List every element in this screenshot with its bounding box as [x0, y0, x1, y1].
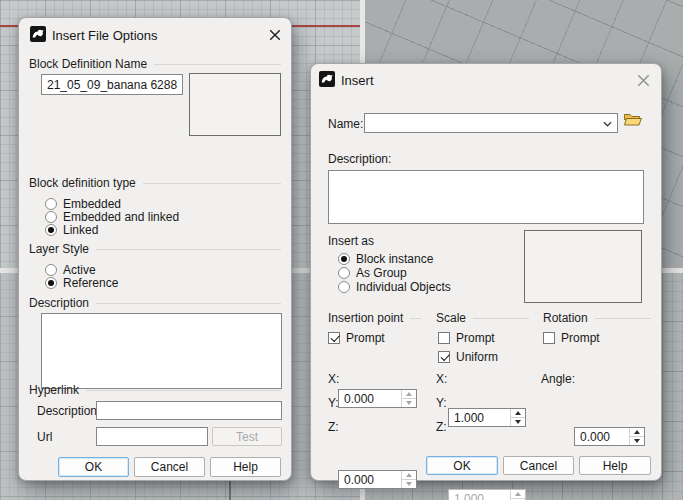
help-button[interactable]: Help — [210, 457, 281, 477]
insertion-x-label: X: — [328, 372, 339, 386]
spinner-arrows-icon — [510, 490, 525, 500]
insert-dialog: Insert Name: Description: Insert as Bloc… — [310, 63, 662, 481]
insertion-prompt-checkbox[interactable]: Prompt — [328, 331, 385, 345]
checkbox-checked-icon[interactable] — [328, 332, 340, 344]
description-textarea[interactable] — [328, 170, 644, 224]
hyperlink-description-input[interactable] — [96, 401, 282, 420]
insertion-y-label: Y: — [328, 396, 339, 410]
scale-x-label: X: — [436, 372, 447, 386]
spinner-arrows-icon[interactable] — [401, 471, 416, 488]
open-folder-icon[interactable] — [623, 111, 643, 128]
dialog-title: Insert File Options — [52, 28, 158, 43]
radio-active[interactable]: Active — [45, 263, 96, 277]
layer-style-header: Layer Style — [29, 242, 281, 256]
radio-icon[interactable] — [45, 264, 57, 276]
url-label: Url — [37, 430, 52, 444]
insert-as-label: Insert as — [328, 234, 374, 248]
cancel-button[interactable]: Cancel — [134, 457, 205, 477]
description-header: Description — [29, 296, 281, 310]
radio-embedded-and-linked[interactable]: Embedded and linked — [45, 210, 179, 224]
scale-header: Scale — [436, 311, 529, 325]
checkbox-checked-icon[interactable] — [438, 351, 450, 363]
radio-icon[interactable] — [45, 211, 57, 223]
spinner-arrows-icon[interactable] — [510, 409, 525, 426]
radio-block-instance[interactable]: Block instance — [338, 252, 433, 266]
hyperlink-description-label: Description — [37, 404, 97, 418]
scale-y-field — [448, 489, 526, 500]
test-button[interactable]: Test — [212, 427, 282, 446]
description-label: Description: — [328, 152, 391, 166]
help-button[interactable]: Help — [579, 456, 651, 475]
radio-embedded[interactable]: Embedded — [45, 197, 121, 211]
scale-z-label: Z: — [436, 420, 447, 434]
radio-reference[interactable]: Reference — [45, 276, 118, 290]
name-combobox-input[interactable] — [365, 114, 617, 132]
spinner-arrows-icon[interactable] — [629, 428, 644, 445]
angle-field[interactable] — [574, 427, 645, 446]
radio-linked[interactable]: Linked — [45, 223, 98, 237]
block-definition-type-header: Block definition type — [29, 176, 281, 190]
name-label: Name: — [328, 117, 363, 131]
radio-individual-objects[interactable]: Individual Objects — [338, 280, 451, 294]
insert-preview-box — [524, 230, 642, 303]
uniform-checkbox[interactable]: Uniform — [438, 350, 498, 364]
rotation-prompt-checkbox[interactable]: Prompt — [543, 331, 600, 345]
spinner-arrows-icon[interactable] — [401, 390, 416, 407]
block-preview-box — [189, 73, 281, 136]
radio-selected-icon[interactable] — [45, 277, 57, 289]
scale-y-label: Y: — [436, 396, 447, 410]
block-definition-name-header: Block Definition Name — [29, 57, 281, 71]
scale-x-field[interactable] — [448, 408, 526, 427]
radio-as-group[interactable]: As Group — [338, 266, 407, 280]
checkbox-icon[interactable] — [543, 332, 555, 344]
checkbox-icon[interactable] — [438, 332, 450, 344]
rhino-workspace: Insert File Options Block Definition Nam… — [0, 0, 683, 500]
insert-file-options-dialog: Insert File Options Block Definition Nam… — [18, 17, 292, 481]
scale-prompt-checkbox[interactable]: Prompt — [438, 331, 495, 345]
rhino-app-icon — [30, 26, 46, 42]
insertion-y-field[interactable] — [338, 470, 417, 489]
url-input[interactable] — [96, 427, 208, 446]
radio-icon[interactable] — [338, 281, 350, 293]
radio-icon[interactable] — [45, 198, 57, 210]
insertion-z-label: Z: — [328, 420, 339, 434]
radio-selected-icon[interactable] — [45, 224, 57, 236]
rhino-app-icon — [319, 71, 335, 87]
radio-selected-icon[interactable] — [338, 253, 350, 265]
radio-icon[interactable] — [338, 267, 350, 279]
close-icon[interactable] — [635, 72, 651, 88]
block-definition-name-input[interactable] — [41, 74, 183, 95]
close-icon[interactable] — [267, 27, 283, 43]
insertion-x-field[interactable] — [338, 389, 417, 408]
chevron-down-icon[interactable] — [603, 116, 612, 130]
name-combobox[interactable] — [364, 113, 618, 133]
hyperlink-header: Hyperlink — [29, 383, 281, 397]
dialog-title: Insert — [341, 73, 374, 88]
rotation-header: Rotation — [543, 311, 651, 325]
ok-button[interactable]: OK — [58, 457, 129, 477]
ok-button[interactable]: OK — [426, 456, 498, 475]
description-textarea[interactable] — [41, 313, 282, 389]
angle-label: Angle: — [541, 372, 575, 386]
cancel-button[interactable]: Cancel — [503, 456, 574, 475]
insertion-point-header: Insertion point — [328, 311, 421, 325]
